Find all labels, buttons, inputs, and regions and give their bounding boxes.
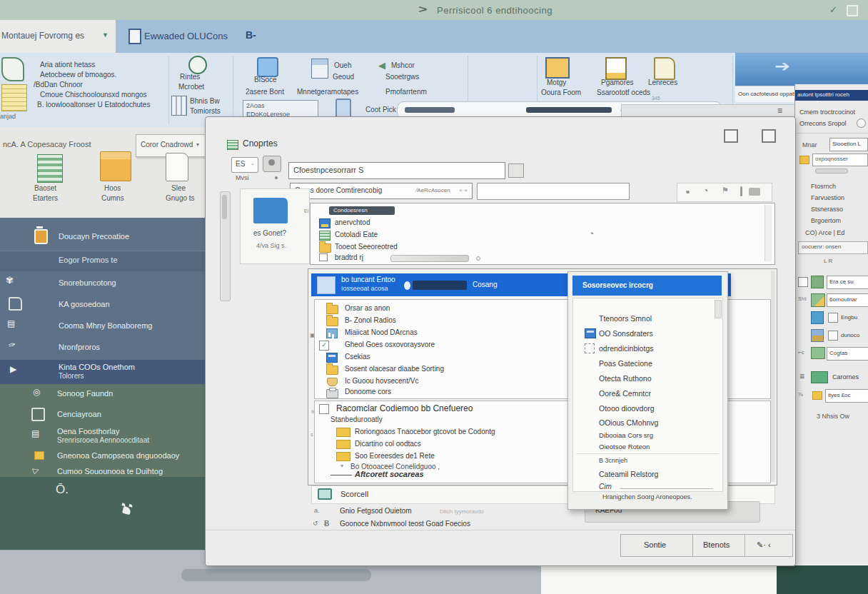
ribbon-item-3[interactable]: /BdDan Chnoor (34, 81, 83, 89)
rp-row-5[interactable]: ⌐c Cogtas (797, 347, 868, 361)
popup-item[interactable]: Otecta Ruthono (599, 374, 652, 383)
sidebar-item-snoreb[interactable]: ✾ Snorebuncotong (0, 273, 207, 293)
doc-badge-icon[interactable] (605, 57, 627, 80)
camera-small-icon[interactable] (749, 188, 760, 196)
popup-scrollbar[interactable] (715, 300, 722, 318)
doc-hand-icon[interactable] (166, 153, 188, 181)
rp-bullet-5[interactable]: CO) Arce | Ed (805, 229, 844, 236)
titlebar-window-icon[interactable] (847, 5, 858, 16)
tab-side-glyph-icon[interactable]: B- (246, 29, 256, 41)
rp-bullet-2[interactable]: Farvuestion (811, 194, 844, 201)
popup-item[interactable]: Dibooiaa Cors srg (599, 431, 653, 439)
sidebar-item-oena[interactable]: ▤ Oena Foosthorlay Srenrisrooea Aennoooc… (0, 426, 207, 450)
rp-row-3[interactable]: Engbu (797, 311, 868, 326)
rp-bullet-4[interactable]: Brgoertom (811, 217, 841, 224)
list-item[interactable]: anervchtod (316, 218, 673, 228)
rp-row-1[interactable]: Era ce su (797, 276, 868, 290)
rp-input-row[interactable]: ⅞ ityes £oc (797, 389, 868, 403)
popup-item[interactable]: Oieotsoe Roteon (599, 443, 650, 450)
table-green-icon[interactable] (37, 154, 63, 183)
sidebar-item-sonoog[interactable]: ◎ Sonoog Faundn (0, 386, 207, 404)
yellow-table-icon[interactable] (1, 84, 27, 111)
sidebar-item-cooma[interactable]: ▤ Cooma Mhny Bonaboremg (0, 316, 207, 336)
clock-icon[interactable]: ◔ (703, 186, 708, 196)
save-button[interactable]: Sontie (620, 534, 693, 557)
popup-item[interactable]: odrendicinbiotgs (599, 344, 653, 353)
sidebar-item-nronf[interactable]: ✑ Nronfproros (0, 339, 207, 358)
person-label-1[interactable]: Rintes (180, 73, 200, 81)
rp-bullet-1[interactable]: Ftosrnch (811, 183, 836, 190)
group2-item-1[interactable]: Oueh (334, 61, 351, 69)
list1-header-pill[interactable]: Condoesresn (329, 206, 395, 215)
popup-item[interactable]: OOious CMohnvg (599, 418, 658, 427)
popup-item[interactable]: Cateamil Relstorg (599, 470, 658, 478)
circle-icon[interactable] (857, 119, 866, 128)
sidebar-item-ka[interactable]: KA gosoedoan (0, 295, 207, 315)
group2-pick-label[interactable]: Coot Pick (365, 106, 396, 114)
es-combo[interactable]: ES ⌄ (231, 157, 258, 173)
window-maximize-icon[interactable] (762, 129, 776, 143)
extra-button[interactable]: ✎· ‹ (745, 534, 793, 557)
rp-row-2[interactable]: S½ 6ornoutnar (797, 293, 868, 308)
popup-header[interactable]: Sosorseovec ircocrg (572, 276, 722, 296)
list3-header[interactable]: Racomclar Codiemoo bb Cnefuereo (336, 403, 473, 413)
tab-main-label[interactable]: Ewwaded OLUCons (144, 31, 228, 41)
ribbon-item-4[interactable]: Cmoue Chischoolounsxd mongos (40, 91, 147, 99)
window-restore-icon[interactable] (724, 129, 738, 143)
titlebar-check-icon[interactable]: ✓ (829, 4, 837, 15)
group2-item-6[interactable]: Pmofarrtenm (385, 88, 427, 96)
checkbox[interactable] (828, 313, 838, 323)
list3-sub[interactable]: Stanbedurooatly (330, 416, 383, 423)
sidebar-item-doucayn[interactable]: Doucayn Precoatioe (0, 223, 207, 251)
sidebar-item-eogor[interactable]: Eogor Promos te (0, 251, 207, 271)
popup-item[interactable]: OO Sonsdraters (599, 329, 653, 338)
rp-mini-track[interactable] (815, 168, 848, 173)
popup-item[interactable]: Oore& Cemntcr (599, 389, 651, 398)
rp-button[interactable]: Siooetion L (829, 138, 868, 151)
search-side-button[interactable] (508, 163, 524, 178)
popup-item[interactable]: Poas Gatecione (599, 359, 652, 368)
folder-orange-icon[interactable] (100, 151, 131, 181)
checkbox[interactable] (828, 331, 838, 341)
left-scrollbar[interactable] (220, 191, 231, 301)
rp-box-row[interactable]: oocuenr: onsen (798, 241, 868, 254)
list3-footer[interactable]: Aftcorett socareas (355, 470, 424, 478)
main-list-scrollbar[interactable] (771, 271, 775, 482)
filter-combo[interactable]: Gems doore Comtirencobig ∕AeRcAsocen ×·× (290, 183, 473, 199)
sidebar-item-cenci[interactable]: Cenciayroan (0, 406, 207, 424)
popup-item[interactable]: Cim (599, 483, 612, 490)
tab-active[interactable]: Montauej Fovromg es ▼ (0, 20, 116, 53)
orange-box-icon[interactable] (545, 57, 570, 79)
folder-card[interactable]: es Gonet? 4/va Sig s. (240, 188, 310, 264)
menu-icon[interactable]: ≡ (777, 106, 782, 116)
group2-item-2[interactable]: Geoud (333, 73, 354, 81)
ribbon-item-1[interactable]: Aria ationt hetass (40, 61, 95, 69)
rp-row-4[interactable]: dunoco (797, 329, 868, 343)
group2-item-5[interactable]: Sooetrgws (385, 73, 419, 81)
ribbon-item-2[interactable]: Aetocbeew of bmoagos. (40, 71, 116, 79)
rp-row-carornes[interactable]: ≣ Carornes (797, 371, 868, 386)
blue-tile-icon[interactable] (257, 57, 278, 77)
scroll-thumb[interactable] (222, 195, 227, 219)
group2-item-4[interactable]: Mshcor (391, 61, 415, 69)
flag-icon[interactable]: ⚑ (722, 186, 729, 195)
list1-scrollbar[interactable] (764, 205, 772, 261)
taskbar-handle[interactable] (181, 569, 371, 581)
note-icon[interactable] (654, 57, 675, 80)
list-item[interactable]: Tooeot Seeoreotred (316, 242, 673, 253)
search-input[interactable]: Cfoestnpcesorrarr S (288, 162, 505, 179)
sidebar-item-kinta-selected[interactable]: ▶ Kinta COOs Onethom Tolorers (0, 359, 207, 385)
group2-item-3[interactable]: Mnnetgeramotapes (297, 88, 358, 96)
person-row2-label-1[interactable]: Bhnis Bw (190, 97, 220, 105)
ribbon-item-5[interactable]: B. loowlooaltonser U Etatodochutes (37, 101, 150, 109)
secondary-input[interactable] (477, 183, 630, 200)
popup-item[interactable]: B 3cnnjeh (599, 457, 627, 464)
sidebar-item-gneonoa[interactable]: Gneonoa Camopseoa dnguoodaoy (0, 450, 207, 465)
rp-input[interactable]: oxpoqnosser (812, 153, 868, 166)
rp-bullet-3[interactable]: Stsnerasso (811, 206, 843, 213)
list-item[interactable]: bradtrd rj (316, 253, 766, 263)
popup-item[interactable]: Otooo dioovdorg (599, 404, 655, 413)
list-item[interactable]: Cotoladi Eate (316, 230, 673, 241)
popup-item[interactable]: Ttenoors Smnol (599, 314, 652, 323)
cancel-button[interactable]: Btenots (692, 534, 745, 557)
